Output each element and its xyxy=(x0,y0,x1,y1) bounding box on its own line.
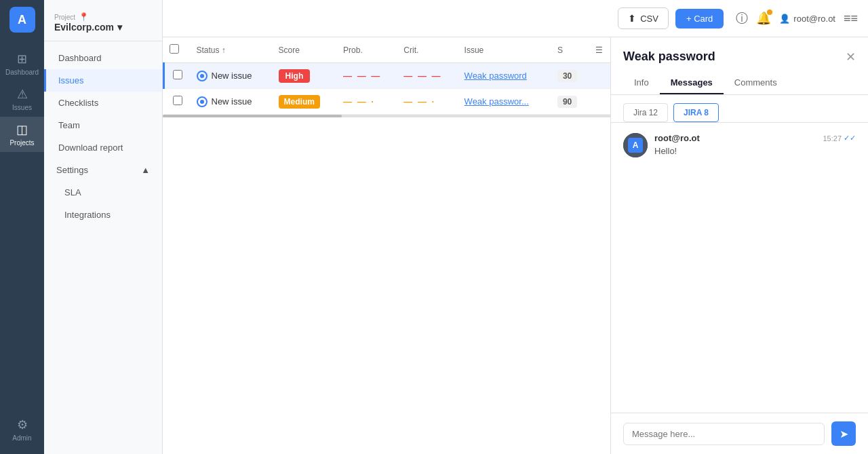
message-input[interactable] xyxy=(623,423,825,445)
sidebar-item-sla[interactable]: SLA xyxy=(44,181,162,204)
dashboard-label: Dashboard xyxy=(5,69,39,76)
message-author: root@ro.ot xyxy=(654,133,700,143)
dashboard-icon: ⊞ xyxy=(17,52,27,67)
sidebar-item-issues[interactable]: Issues xyxy=(44,69,162,92)
col-status: Status ↑ xyxy=(191,37,273,63)
row-status: New issue xyxy=(191,89,273,115)
col-s: S xyxy=(552,37,590,63)
send-button[interactable]: ➤ xyxy=(831,421,856,446)
row-status: New issue xyxy=(191,63,273,89)
row-checkbox[interactable] xyxy=(173,96,182,105)
project-name[interactable]: Evilcorp.com ▾ xyxy=(54,22,152,33)
notification-dot xyxy=(767,10,772,15)
col-score: Score xyxy=(273,37,338,63)
col-issue: Issue xyxy=(459,37,552,63)
high-badge: High xyxy=(279,69,311,83)
avatar-logo: A xyxy=(628,138,643,153)
card-button[interactable]: + Card xyxy=(675,9,724,29)
chevron-down-icon: ▾ xyxy=(117,22,122,33)
content-area: Status ↑ Score Prob. Crit. Issue S ☰ xyxy=(163,37,868,454)
list-item: A root@ro.ot 15:27 ✓✓ Hello! xyxy=(623,133,856,157)
main-area: ⬆ CSV + Card ⓘ 🔔 👤 root@ro.ot ≡≡ xyxy=(163,0,868,454)
user-email: root@ro.ot xyxy=(793,14,835,24)
row-prob: — — — xyxy=(338,63,398,89)
row-issue[interactable]: Weak password xyxy=(459,63,552,89)
score-number: 90 xyxy=(557,96,577,108)
row-checkbox[interactable] xyxy=(173,70,182,79)
nav-rail: A ⊞ Dashboard ⚠ Issues ◫ Projects ⚙ Admi… xyxy=(0,0,44,454)
message-time: 15:27 ✓✓ xyxy=(823,134,856,143)
tab-info[interactable]: Info xyxy=(623,72,660,94)
sidebar-item-integrations[interactable]: Integrations xyxy=(44,204,162,226)
app-logo[interactable]: A xyxy=(9,7,35,33)
crit-value: — — — xyxy=(403,71,441,81)
row-prob: — — · xyxy=(338,89,398,115)
subtab-jira8[interactable]: JIRA 8 xyxy=(673,103,719,122)
issues-table: Status ↑ Score Prob. Crit. Issue S ☰ xyxy=(163,37,610,115)
panel-subtabs: Jira 12 JIRA 8 xyxy=(611,95,868,123)
issue-link[interactable]: Weak passwor... xyxy=(465,96,529,107)
message-text: Hello! xyxy=(654,146,856,156)
sidebar-item-download[interactable]: Download report xyxy=(44,136,162,159)
row-score-badge: Medium xyxy=(273,89,338,115)
select-all-checkbox[interactable] xyxy=(170,44,179,54)
sidebar-item-admin[interactable]: ⚙ Admin xyxy=(0,412,44,447)
send-icon: ➤ xyxy=(840,428,848,440)
table-row[interactable]: New issue Medium — — · — — · xyxy=(164,89,611,115)
project-label: Project 📍 xyxy=(54,12,152,22)
project-selector[interactable]: Project 📍 Evilcorp.com ▾ xyxy=(44,7,162,41)
message-meta: root@ro.ot 15:27 ✓✓ xyxy=(654,133,856,143)
topbar-icons: ⓘ 🔔 👤 root@ro.ot ≡≡ xyxy=(736,10,858,26)
issues-icon: ⚠ xyxy=(17,87,28,102)
tab-messages[interactable]: Messages xyxy=(660,72,724,94)
settings-label: Settings xyxy=(56,165,88,175)
tab-comments[interactable]: Comments xyxy=(724,72,788,94)
col-menu[interactable]: ☰ xyxy=(590,37,610,63)
avatar: A xyxy=(623,133,648,157)
check-icon: ✓✓ xyxy=(844,134,856,143)
sidebar-item-checklists[interactable]: Checklists xyxy=(44,92,162,114)
notification-icon[interactable]: 🔔 xyxy=(756,11,771,26)
row-score-num: 90 xyxy=(552,89,590,115)
col-prob: Prob. xyxy=(338,37,398,63)
sidebar: Project 📍 Evilcorp.com ▾ Dashboard Issue… xyxy=(44,0,163,454)
projects-label: Projects xyxy=(9,139,34,147)
chevron-up-icon: ▲ xyxy=(141,165,150,175)
prob-value: — — · xyxy=(343,96,375,107)
issue-link[interactable]: Weak password xyxy=(465,71,527,81)
status-icon xyxy=(197,71,208,81)
sidebar-item-settings[interactable]: Settings ▲ xyxy=(44,159,162,181)
message-content: root@ro.ot 15:27 ✓✓ Hello! xyxy=(654,133,856,157)
user-icon: 👤 xyxy=(779,14,790,24)
settings-icon[interactable]: ≡≡ xyxy=(844,12,858,26)
score-number: 30 xyxy=(557,70,577,82)
row-crit: — — · xyxy=(398,89,458,115)
admin-icon: ⚙ xyxy=(17,417,28,432)
panel-tabs: Info Messages Comments xyxy=(623,72,856,94)
sidebar-item-issues[interactable]: ⚠ Issues xyxy=(0,81,44,117)
sidebar-item-dashboard[interactable]: Dashboard xyxy=(44,47,162,69)
table-row[interactable]: New issue High — — — — — — xyxy=(164,63,611,89)
sidebar-item-projects[interactable]: ◫ Projects xyxy=(0,117,44,152)
right-panel: Weak password ✕ Info Messages Comments J… xyxy=(610,37,868,454)
row-issue[interactable]: Weak passwor... xyxy=(459,89,552,115)
topbar: ⬆ CSV + Card ⓘ 🔔 👤 root@ro.ot ≡≡ xyxy=(163,0,868,37)
medium-badge: Medium xyxy=(279,95,320,109)
sidebar-item-team[interactable]: Team xyxy=(44,114,162,136)
issues-label: Issues xyxy=(12,104,32,111)
crit-value: — — · xyxy=(403,96,435,107)
csv-button[interactable]: ⬆ CSV xyxy=(618,7,669,29)
row-score-badge: High xyxy=(273,63,338,89)
panel-title-row: Weak password ✕ xyxy=(623,50,856,64)
close-icon[interactable]: ✕ xyxy=(846,51,856,63)
user-menu[interactable]: 👤 root@ro.ot xyxy=(779,14,835,24)
info-icon[interactable]: ⓘ xyxy=(736,10,748,26)
panel-messages: A root@ro.ot 15:27 ✓✓ Hello! xyxy=(611,123,868,413)
prob-value: — — — xyxy=(343,71,381,81)
subtab-jira12[interactable]: Jira 12 xyxy=(623,103,668,122)
sidebar-item-dashboard[interactable]: ⊞ Dashboard xyxy=(0,46,44,81)
row-crit: — — — xyxy=(398,63,458,89)
row-status-text: New issue xyxy=(212,71,252,81)
admin-label: Admin xyxy=(12,434,31,442)
upload-icon: ⬆ xyxy=(628,13,636,24)
